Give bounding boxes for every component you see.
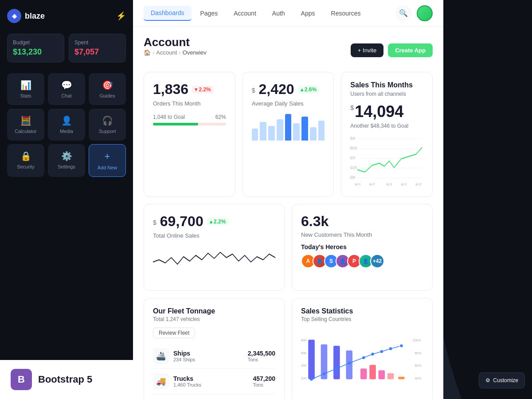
- daily-label: Average Daily Sales: [252, 100, 325, 107]
- svg-text:$17K: $17K: [350, 155, 356, 160]
- svg-rect-29: [379, 370, 385, 379]
- logo-icon: ◈: [7, 9, 21, 23]
- sales-big-number: 14,094: [355, 102, 403, 121]
- stats-icon: 📊: [20, 80, 31, 90]
- support-icon: 🎧: [102, 115, 113, 126]
- sidebar-item-media[interactable]: 👤 Media: [48, 109, 85, 141]
- sidebar-item-stats[interactable]: 📊 Stats: [7, 73, 44, 105]
- sales-month-card: Sales This Months Users from all channel…: [341, 72, 433, 197]
- add-new-button[interactable]: + Add New: [89, 144, 126, 177]
- search-button[interactable]: 🔍: [395, 5, 411, 21]
- trucks-icon: 🚚: [153, 373, 169, 389]
- tab-resources[interactable]: Resources: [324, 6, 368, 20]
- orders-change: ▾ 2.2%: [192, 86, 214, 94]
- bar-8: [310, 127, 317, 141]
- svg-text:$13.5K: $13.5K: [350, 165, 357, 170]
- review-fleet-button[interactable]: Review Fleet: [153, 328, 195, 338]
- bar-4: [277, 119, 283, 141]
- sidebar-item-security[interactable]: 🔒 Security: [7, 144, 44, 177]
- security-icon: 🔒: [20, 151, 31, 161]
- svg-text:$20.5K: $20.5K: [350, 145, 357, 150]
- guides-icon: 🎯: [102, 80, 113, 90]
- budget-amount: $13,230: [13, 47, 59, 57]
- sidebar-item-guides[interactable]: 🎯 Guides: [89, 73, 126, 105]
- svg-text:$24K: $24K: [350, 136, 356, 141]
- nav-tabs: Dashboards Pages Account Auth Apps Resou…: [144, 6, 368, 21]
- page-header: Account 🏠 › Account › Overwiev + Invite …: [144, 35, 433, 65]
- add-new-label: Add New: [98, 165, 117, 170]
- svg-rect-25: [333, 346, 340, 379]
- tab-account[interactable]: Account: [227, 6, 263, 20]
- daily-number: 2,420: [258, 81, 294, 98]
- svg-point-33: [323, 372, 325, 375]
- sidebar-item-chat[interactable]: 💬 Chat: [48, 73, 85, 105]
- stats-label: Stats: [20, 93, 31, 98]
- page-title-area: Account 🏠 › Account › Overwiev: [144, 35, 207, 65]
- goal-pct: 62%: [215, 114, 226, 120]
- new-customers-card: 6.3k New Customers This Month Today's He…: [292, 204, 433, 291]
- bar-3: [268, 126, 275, 141]
- tab-auth[interactable]: Auth: [265, 6, 292, 20]
- ships-unit: Tons: [248, 357, 275, 362]
- logo-area: ◈ blaze: [7, 9, 45, 23]
- svg-text:800: 800: [301, 338, 306, 342]
- total-label: Total Online Sales: [153, 232, 275, 239]
- sales-dollar: $: [350, 104, 354, 111]
- svg-text:40%: 40%: [415, 376, 422, 380]
- sales-stats-title: Sales Statistics: [301, 307, 423, 315]
- bootstrap-text: Bootstrap 5: [38, 374, 92, 385]
- bootstrap-icon: B: [11, 369, 32, 390]
- customers-label: New Customers This Month: [301, 231, 423, 238]
- invite-button[interactable]: + Invite: [351, 43, 383, 57]
- trucks-unit: Tons: [253, 382, 275, 387]
- header-actions: + Invite Create App: [351, 43, 433, 57]
- breadcrumb: 🏠 › Account › Overwiev: [144, 49, 207, 56]
- sales-month-sub: Users from all channels: [350, 91, 423, 97]
- ships-icon: 🚢: [153, 348, 169, 364]
- bootstrap-badge: B Bootstrap 5: [0, 360, 133, 399]
- support-label: Support: [99, 129, 116, 134]
- sales-stats-chart: 800 600 400 200 100% 80% 60% 40%: [301, 328, 423, 399]
- tab-pages[interactable]: Pages: [193, 6, 225, 20]
- breadcrumb-account[interactable]: Account: [156, 49, 177, 56]
- customize-button[interactable]: ⚙ Customize: [479, 372, 525, 388]
- svg-point-37: [371, 352, 374, 355]
- dark-blob: [443, 0, 532, 399]
- budget-cards: Budget $13,230 Spent $7,057: [7, 34, 126, 63]
- user-avatar[interactable]: [417, 5, 433, 21]
- svg-rect-31: [398, 377, 405, 379]
- calculator-label: Calculator: [15, 129, 37, 134]
- svg-rect-23: [308, 340, 315, 379]
- trucks-amount: 457,200: [253, 375, 275, 382]
- menu-icon[interactable]: ⚡: [116, 11, 126, 21]
- svg-point-36: [362, 356, 365, 359]
- svg-point-35: [348, 362, 351, 364]
- svg-text:Apr 04: Apr 04: [355, 182, 360, 187]
- sales-month-title: Sales This Months: [350, 81, 423, 89]
- hero-extra: +42: [370, 254, 384, 268]
- bar-5: [285, 114, 292, 141]
- guides-label: Guides: [100, 93, 115, 98]
- sidebar-item-settings[interactable]: ⚙️ Settings: [48, 144, 85, 177]
- tab-apps[interactable]: Apps: [294, 6, 322, 20]
- ships-amount: 2,345,500: [248, 350, 275, 357]
- heroes-label: Today's Heroes: [301, 243, 423, 250]
- svg-rect-27: [360, 368, 367, 379]
- svg-rect-30: [387, 373, 394, 379]
- svg-text:600: 600: [301, 351, 306, 355]
- sidebar-item-support[interactable]: 🎧 Support: [89, 109, 126, 141]
- orders-label: Orders This Month: [153, 100, 226, 107]
- svg-text:100%: 100%: [413, 338, 421, 342]
- bar-2: [260, 122, 266, 141]
- fleet-item-trucks: 🚚 Trucks 1,460 Trucks 457,200 Tons: [153, 369, 275, 394]
- media-icon: 👤: [61, 115, 72, 126]
- tab-dashboards[interactable]: Dashboards: [144, 6, 192, 21]
- total-change: ▴ 2.2%: [207, 218, 229, 226]
- customize-icon: ⚙: [485, 377, 490, 383]
- create-app-button[interactable]: Create App: [388, 43, 433, 57]
- spent-card: Spent $7,057: [69, 34, 126, 63]
- breadcrumb-home[interactable]: 🏠: [144, 49, 151, 56]
- sidebar-item-calculator[interactable]: 🧮 Calculator: [7, 109, 44, 141]
- budget-card: Budget $13,230: [7, 34, 64, 63]
- progress-bar-fill: [153, 123, 198, 125]
